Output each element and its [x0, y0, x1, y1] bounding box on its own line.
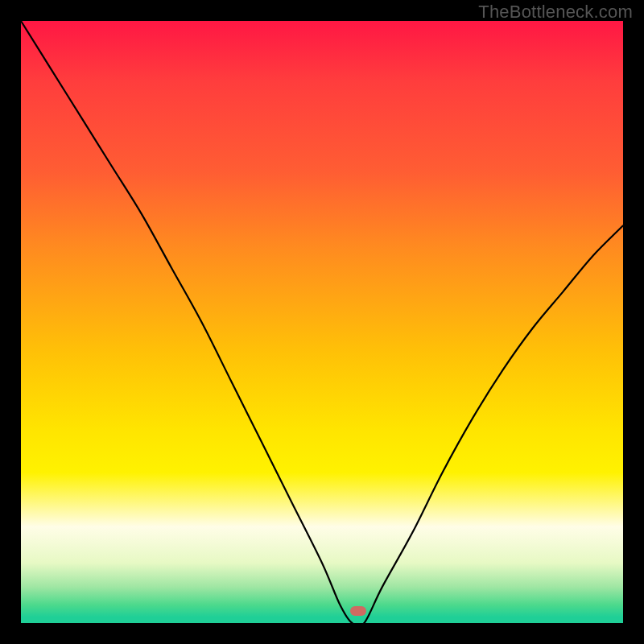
watermark-text: TheBottleneck.com	[478, 2, 633, 23]
curve-path	[21, 21, 623, 626]
chart-frame: TheBottleneck.com	[0, 0, 644, 644]
optimal-point-marker	[350, 606, 366, 616]
plot-container	[21, 21, 623, 623]
bottleneck-curve	[21, 21, 623, 623]
